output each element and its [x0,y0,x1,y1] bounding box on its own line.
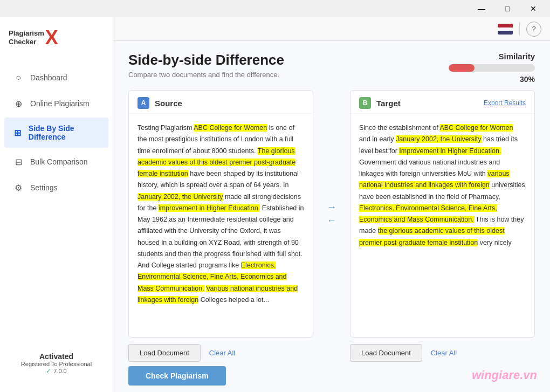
check-icon: ✓ [46,367,51,375]
source-highlight-2: The glorious academic values of this old… [138,147,295,178]
registered-label: Registered To Professional [9,361,104,367]
source-content: Testing Plagiarism ABC College for Women… [129,114,313,337]
side-by-side-icon: ⊞ [13,127,22,138]
source-panel: A Source Testing Plagiarism ABC College … [128,90,313,338]
online-plagiarism-icon: ⊕ [13,98,24,109]
left-arrow-icon: ← [327,215,336,226]
page-title-area: Side-by-side Difference Compare two docu… [128,52,284,79]
sidebar: Plagiarism Checker X ○ Dashboard ⊕ Onlin… [0,17,113,392]
logo-text-line1: Plagiarism [9,29,44,38]
target-content: Since the establishment of ABC College f… [350,114,534,337]
similarity-label: Similarity [498,52,535,61]
logo-x: X [45,28,58,47]
close-button[interactable]: ✕ [521,0,546,17]
sidebar-item-label-settings: Settings [30,183,58,192]
minimize-button[interactable]: — [469,0,494,17]
app-body: Plagiarism Checker X ○ Dashboard ⊕ Onlin… [0,17,550,392]
source-title: Source [155,99,182,108]
sidebar-item-label-sbs: Side By Side Difference [29,124,100,141]
sidebar-item-label-dashboard: Dashboard [30,73,67,82]
sidebar-item-dashboard[interactable]: ○ Dashboard [4,66,108,90]
page-subtitle: Compare two documents and find the diffe… [128,71,284,79]
arrow-divider: → ← [322,90,341,338]
target-highlight-2: January 2002, the University [396,135,481,143]
source-highlight-1: ABC College for Women [194,124,267,132]
dashboard-icon: ○ [13,72,24,83]
sidebar-top-controls [0,60,113,65]
help-button[interactable]: ? [526,22,541,37]
source-badge: A [138,97,149,109]
target-badge: B [359,97,371,109]
target-highlight-3: Improvement in Higher Education. [399,147,501,155]
sidebar-item-side-by-side[interactable]: ⊞ Side By Side Difference [4,118,108,148]
settings-icon: ⚙ [13,182,24,193]
version-number: 7.0.0 [53,368,66,374]
sidebar-item-label-bulk: Bulk Comparison [30,157,88,166]
logo-area: Plagiarism Checker X [0,17,113,60]
top-bar: ? [113,17,550,41]
version-label: ✓ 7.0.0 [9,367,104,375]
source-load-document-button[interactable]: Load Document [128,344,201,362]
target-load-document-button[interactable]: Load Document [350,344,422,362]
target-highlight-1: ABC College for Women [439,124,513,132]
source-highlight-3: January 2002, the University [138,193,223,201]
bottom-area: Check Plagiarism [113,366,550,392]
target-highlight-6: the glorious academic values of this old… [359,227,505,246]
sidebar-bottom: Activated Registered To Professional ✓ 7… [0,343,113,383]
check-plagiarism-button[interactable]: Check Plagiarism [128,366,226,386]
export-results-link[interactable]: Export Results [484,99,526,107]
source-panel-header: A Source [129,91,313,114]
target-panel: B Target Export Results Since the establ… [350,90,535,338]
target-clear-all-link[interactable]: Clear All [431,349,457,357]
target-title: Target [376,99,401,108]
similarity-bar-bg [449,64,535,72]
docs-area: A Source Testing Plagiarism ABC College … [113,90,550,338]
target-panel-header: B Target Export Results [350,91,534,114]
sidebar-item-bulk-comparison[interactable]: ⊟ Bulk Comparison [4,150,108,174]
sidebar-item-online-plagiarism[interactable]: ⊕ Online Plagiarism [4,92,108,115]
similarity-area: Similarity 30% [449,52,535,84]
flag-icon [498,24,513,35]
bulk-comparison-icon: ⊟ [13,156,24,167]
sidebar-item-label-online: Online Plagiarism [30,99,90,108]
sidebar-item-settings[interactable]: ⚙ Settings [4,176,108,200]
main-header: Side-by-side Difference Compare two docu… [113,41,550,90]
similarity-pct: 30% [520,75,535,84]
logo-text-line2: Checker [9,38,44,46]
page-title: Side-by-side Difference [128,52,284,68]
maximize-button[interactable]: □ [495,0,520,17]
similarity-bar-fill [449,64,475,72]
source-footer-row: Load Document Clear All [128,344,313,362]
activated-label: Activated [9,352,104,361]
main-content: ? Side-by-side Difference Compare two do… [113,17,550,392]
source-highlight-4: improvement in Higher Education. [159,204,260,212]
title-bar: — □ ✕ [0,0,550,17]
target-footer-row: Load Document Clear All [350,344,535,362]
target-highlight-5: Electronics, Environmental Science, Fine… [359,204,497,223]
footer-actions: Load Document Clear All Load Document Cl… [113,338,550,366]
right-arrow-icon: → [327,202,336,213]
target-highlight-4: various national industries and linkages… [359,170,510,189]
divider [519,23,520,36]
source-clear-all-link[interactable]: Clear All [209,349,235,357]
